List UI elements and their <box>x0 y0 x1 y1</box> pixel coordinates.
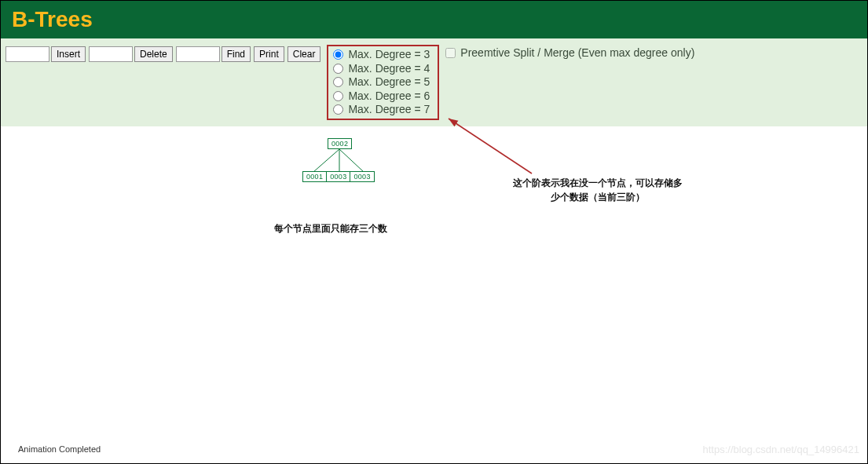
degree-label: Max. Degree = 3 <box>348 48 430 62</box>
tree-leaf-node: 0001 0003 0003 <box>302 171 375 182</box>
degree-label: Max. Degree = 5 <box>348 75 430 90</box>
degree-radio-7[interactable] <box>333 104 343 115</box>
degree-label: Max. Degree = 6 <box>348 90 430 104</box>
degree-option-7[interactable]: Max. Degree = 7 <box>333 103 430 117</box>
status-text: Animation Completed <box>18 444 101 454</box>
insert-button[interactable]: Insert <box>51 46 86 62</box>
degree-radio-5[interactable] <box>333 77 343 87</box>
page-title: B-Trees <box>12 7 93 32</box>
degree-label: Max. Degree = 4 <box>348 62 430 76</box>
svg-line-2 <box>339 149 364 172</box>
tree-root-node: 0002 <box>328 138 352 149</box>
degree-label: Max. Degree = 7 <box>348 103 430 117</box>
controls-bar: Insert Delete Find Print Clear Max. Degr… <box>1 38 867 126</box>
preemtive-option[interactable]: Preemtive Split / Merge (Even max degree… <box>445 46 694 59</box>
preemtive-label: Preemtive Split / Merge (Even max degree… <box>460 46 694 59</box>
degree-option-3[interactable]: Max. Degree = 3 <box>333 48 430 62</box>
degree-radio-6[interactable] <box>333 91 343 101</box>
delete-input[interactable] <box>89 46 133 62</box>
insert-input[interactable] <box>5 46 49 62</box>
find-input[interactable] <box>176 46 220 62</box>
svg-line-0 <box>313 149 339 172</box>
annotation-degree-note: 这个阶表示我在没一个节点，可以存储多 少个数据（当前三阶） <box>504 176 692 204</box>
degree-option-6[interactable]: Max. Degree = 6 <box>333 90 430 104</box>
annotation-line1: 这个阶表示我在没一个节点，可以存储多 <box>513 177 683 188</box>
find-button[interactable]: Find <box>222 46 251 62</box>
tree-key: 0001 <box>303 172 326 181</box>
print-group: Print <box>254 46 284 62</box>
degree-radio-3[interactable] <box>333 49 343 60</box>
max-degree-box: Max. Degree = 3 Max. Degree = 4 Max. Deg… <box>327 45 439 120</box>
degree-option-4[interactable]: Max. Degree = 4 <box>333 62 430 76</box>
clear-button[interactable]: Clear <box>288 46 321 62</box>
insert-group: Insert <box>5 46 86 62</box>
annotation-line2: 少个数据（当前三阶） <box>551 192 645 203</box>
annotation-leaf-note: 每个节点里面只能存三个数 <box>274 222 387 236</box>
delete-group: Delete <box>89 46 173 62</box>
clear-group: Clear <box>288 46 321 62</box>
tree-key: 0003 <box>350 172 373 181</box>
app-header: B-Trees <box>1 1 867 38</box>
svg-line-3 <box>449 119 532 174</box>
tree-key: 0003 <box>326 172 350 181</box>
tree-key: 0002 <box>328 139 351 148</box>
degree-option-5[interactable]: Max. Degree = 5 <box>333 75 430 90</box>
find-group: Find <box>176 46 251 62</box>
degree-radio-4[interactable] <box>333 64 343 74</box>
print-button[interactable]: Print <box>254 46 284 62</box>
delete-button[interactable]: Delete <box>134 46 173 62</box>
preemtive-checkbox[interactable] <box>445 48 456 58</box>
watermark: https://blog.csdn.net/qq_14996421 <box>703 444 860 455</box>
